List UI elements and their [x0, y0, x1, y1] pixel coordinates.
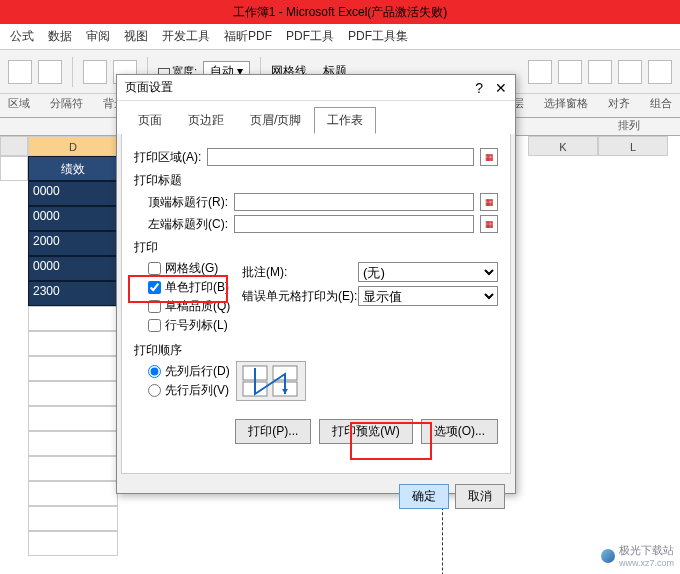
- gridlines-checkbox[interactable]: [148, 262, 161, 275]
- align-icon[interactable]: [618, 60, 642, 84]
- help-icon[interactable]: ?: [475, 80, 483, 96]
- print-section-label: 打印: [134, 239, 498, 256]
- order-over-radio[interactable]: [148, 384, 161, 397]
- selection-pane-icon[interactable]: [588, 60, 612, 84]
- tab-headerfooter[interactable]: 页眉/页脚: [237, 107, 314, 134]
- empty-cell[interactable]: [28, 356, 118, 381]
- app-title: 工作簿1 - Microsoft Excel(产品激活失败): [233, 5, 448, 19]
- empty-cell[interactable]: [28, 481, 118, 506]
- tab-review[interactable]: 审阅: [86, 28, 110, 45]
- tab-pdfset[interactable]: PDF工具集: [348, 28, 408, 45]
- tab-formula[interactable]: 公式: [10, 28, 34, 45]
- top-row-label: 顶端标题行(R):: [148, 194, 228, 211]
- ribbon-tabs: 公式 数据 审阅 视图 开发工具 福昕PDF PDF工具 PDF工具集: [0, 24, 680, 50]
- empty-cell[interactable]: [28, 456, 118, 481]
- print-order-icon: [236, 361, 306, 401]
- data-cell[interactable]: 2000: [28, 231, 118, 256]
- separator: [72, 57, 73, 87]
- empty-cell[interactable]: [28, 331, 118, 356]
- tab-pdftool[interactable]: PDF工具: [286, 28, 334, 45]
- range-select-icon[interactable]: ▦: [480, 193, 498, 211]
- ribbon-button-1[interactable]: [8, 60, 32, 84]
- data-header[interactable]: 绩效: [28, 156, 118, 181]
- align-label: 对齐: [608, 96, 630, 111]
- print-preview-button[interactable]: 打印预览(W): [319, 419, 412, 444]
- tab-margins[interactable]: 页边距: [175, 107, 237, 134]
- group-breaks: 分隔符: [50, 96, 83, 111]
- col-header-k[interactable]: K: [528, 136, 598, 156]
- mono-cb-label: 单色打印(B): [165, 279, 229, 296]
- data-cell[interactable]: 0000: [28, 256, 118, 281]
- empty-cell[interactable]: [28, 531, 118, 556]
- row-header[interactable]: [0, 156, 28, 181]
- gridlines-cb-label: 网格线(G): [165, 260, 218, 277]
- draft-checkbox[interactable]: [148, 300, 161, 313]
- rowcol-cb-label: 行号列标(L): [165, 317, 228, 334]
- print-area-label: 打印区域(A):: [134, 149, 201, 166]
- tab-dev[interactable]: 开发工具: [162, 28, 210, 45]
- col-header-l[interactable]: L: [598, 136, 668, 156]
- dialog-body: 打印区域(A): ▦ 打印标题 顶端标题行(R): ▦ 左端标题列(C): ▦ …: [121, 134, 511, 474]
- empty-cell[interactable]: [28, 381, 118, 406]
- order-down-label: 先列后行(D): [165, 363, 230, 380]
- comments-select[interactable]: (无): [358, 262, 498, 282]
- order-down-radio[interactable]: [148, 365, 161, 378]
- tab-view[interactable]: 视图: [124, 28, 148, 45]
- group-area: 区域: [8, 96, 30, 111]
- group-label: 组合: [650, 96, 672, 111]
- tab-sheet[interactable]: 工作表: [314, 107, 376, 134]
- ribbon-button-2[interactable]: [38, 60, 62, 84]
- print-titles-label: 打印标题: [134, 172, 498, 189]
- left-col-label: 左端标题列(C):: [148, 216, 228, 233]
- row-col-corner[interactable]: [0, 136, 28, 156]
- order-label: 打印顺序: [134, 342, 498, 359]
- dialog-tabs: 页面 页边距 页眉/页脚 工作表: [117, 101, 515, 134]
- tab-data[interactable]: 数据: [48, 28, 72, 45]
- errors-label: 错误单元格打印为(E):: [242, 288, 352, 305]
- empty-cell[interactable]: [28, 431, 118, 456]
- ribbon-button-3[interactable]: [83, 60, 107, 84]
- draft-cb-label: 草稿品质(Q): [165, 298, 230, 315]
- tab-foxit[interactable]: 福昕PDF: [224, 28, 272, 45]
- watermark: 极光下载站 www.xz7.com: [601, 543, 674, 568]
- print-area-input[interactable]: [207, 148, 474, 166]
- dialog-title: 页面设置: [125, 79, 173, 96]
- order-over-label: 先行后列(V): [165, 382, 229, 399]
- top-row-input[interactable]: [234, 193, 474, 211]
- options-button[interactable]: 选项(O)...: [421, 419, 498, 444]
- data-cell[interactable]: 0000: [28, 181, 118, 206]
- title-bar: 工作簿1 - Microsoft Excel(产品激活失败): [0, 0, 680, 24]
- dialog-titlebar: 页面设置 ? ✕: [117, 75, 515, 101]
- cancel-button[interactable]: 取消: [455, 484, 505, 509]
- close-icon[interactable]: ✕: [495, 80, 507, 96]
- page-setup-dialog: 页面设置 ? ✕ 页面 页边距 页眉/页脚 工作表 打印区域(A): ▦ 打印标…: [116, 74, 516, 494]
- selpane-label: 选择窗格: [544, 96, 588, 111]
- ok-button[interactable]: 确定: [399, 484, 449, 509]
- empty-cell[interactable]: [28, 506, 118, 531]
- mono-checkbox[interactable]: [148, 281, 161, 294]
- data-cell[interactable]: 0000: [28, 206, 118, 231]
- range-select-icon[interactable]: ▦: [480, 215, 498, 233]
- col-header-d[interactable]: D: [28, 136, 118, 156]
- bring-forward-icon[interactable]: [528, 60, 552, 84]
- rowcol-checkbox[interactable]: [148, 319, 161, 332]
- watermark-url: www.xz7.com: [619, 558, 674, 568]
- empty-cell[interactable]: [28, 306, 118, 331]
- print-button[interactable]: 打印(P)...: [235, 419, 311, 444]
- empty-cell[interactable]: [28, 406, 118, 431]
- left-col-input[interactable]: [234, 215, 474, 233]
- group-icon[interactable]: [648, 60, 672, 84]
- watermark-icon: [601, 549, 615, 563]
- tab-page[interactable]: 页面: [125, 107, 175, 134]
- range-select-icon[interactable]: ▦: [480, 148, 498, 166]
- watermark-text: 极光下载站: [619, 543, 674, 558]
- comments-label: 批注(M):: [242, 264, 352, 281]
- errors-select[interactable]: 显示值: [358, 286, 498, 306]
- data-cell[interactable]: 2300: [28, 281, 118, 306]
- send-back-icon[interactable]: [558, 60, 582, 84]
